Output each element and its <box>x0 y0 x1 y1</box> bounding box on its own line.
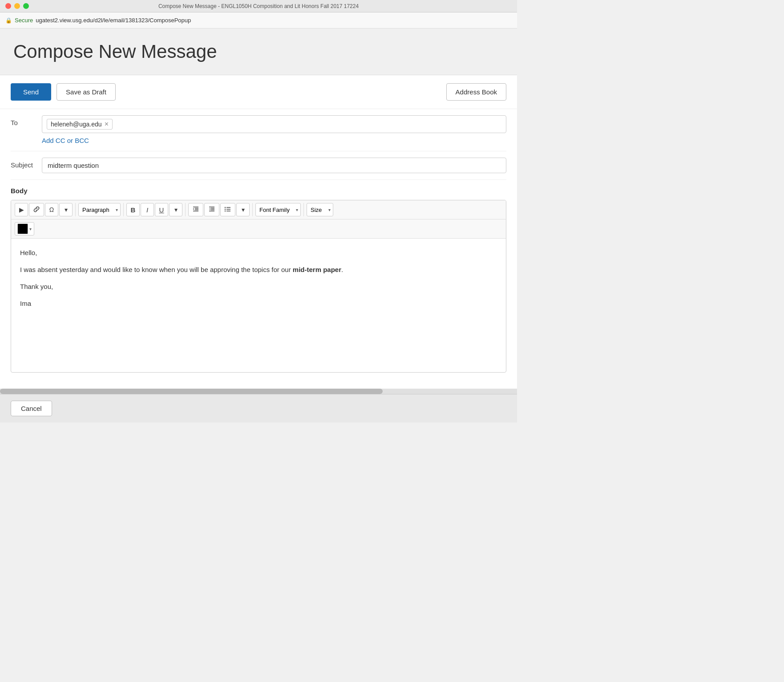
svg-point-12 <box>225 207 226 207</box>
compose-toolbar: Send Save as Draft Address Book <box>0 75 517 109</box>
rich-text-editor: ▶ Ω ▾ <box>11 200 506 373</box>
subject-field-wrap <box>42 158 506 173</box>
text-color-button[interactable]: ▾ <box>15 222 34 235</box>
bold-button[interactable]: B <box>126 203 140 216</box>
page-header-wrap: Compose New Message <box>0 28 517 75</box>
subject-label: Subject <box>11 158 42 169</box>
to-label: To <box>11 115 42 126</box>
more-format-chevron-icon: ▾ <box>174 206 178 213</box>
svg-point-13 <box>225 208 226 209</box>
body-signature: Ima <box>20 298 497 309</box>
alignment-group: ▾ <box>188 203 253 216</box>
svg-marker-6 <box>193 208 194 210</box>
more-format-button[interactable]: ▾ <box>169 203 182 216</box>
omega-icon: Ω <box>49 206 54 213</box>
main-content: Send Save as Draft Address Book To helen… <box>0 75 517 394</box>
subject-input[interactable] <box>42 158 506 173</box>
save-draft-button[interactable]: Save as Draft <box>57 83 116 101</box>
indent-button[interactable] <box>188 203 203 216</box>
address-book-button[interactable]: Address Book <box>446 83 506 101</box>
outdent-icon <box>208 206 215 214</box>
insert-special-char-button[interactable]: Ω <box>45 203 58 216</box>
text-format-group: B I U ▾ <box>126 203 186 216</box>
play-icon: ▶ <box>19 206 24 213</box>
color-chevron-icon: ▾ <box>29 227 32 231</box>
underline-icon: U <box>159 206 164 214</box>
font-size-select[interactable]: Size <box>307 203 333 216</box>
horizontal-scrollbar[interactable] <box>0 389 517 394</box>
font-family-select[interactable]: Font Family <box>255 203 301 216</box>
more-alignment-button[interactable]: ▾ <box>236 203 250 216</box>
email-tag: heleneh@uga.edu × <box>47 119 113 130</box>
chevron-down-icon: ▾ <box>65 206 68 213</box>
window-title: Compose New Message - ENGL1050H Composit… <box>158 3 359 9</box>
color-row: ▾ <box>11 219 506 239</box>
titlebar: Compose New Message - ENGL1050H Composit… <box>0 0 517 12</box>
body-closing: Thank you, <box>20 281 497 292</box>
insert-link-button[interactable] <box>29 203 44 216</box>
outdent-button[interactable] <box>204 203 219 216</box>
editor-body[interactable]: Hello, I was absent yesterday and would … <box>11 239 506 372</box>
email-address: heleneh@uga.edu <box>51 121 102 128</box>
url-domain: ugatest2.view.usg.edu <box>36 17 93 24</box>
url-path: /d2l/le/email/1381323/ComposePopup <box>93 17 191 24</box>
page-header: Compose New Message <box>0 28 517 75</box>
color-swatch <box>17 223 28 234</box>
remove-email-button[interactable]: × <box>105 121 109 128</box>
list-icon <box>224 206 231 214</box>
minimize-button[interactable] <box>14 3 20 9</box>
svg-point-14 <box>225 210 226 211</box>
window-controls <box>5 3 29 9</box>
page-title: Compose New Message <box>13 41 504 62</box>
cancel-button[interactable]: Cancel <box>11 401 52 416</box>
address-bar: 🔒 Secure ugatest2.view.usg.edu/d2l/le/em… <box>0 12 517 28</box>
send-button[interactable]: Send <box>11 83 51 101</box>
font-size-select-wrap: Size ▾ <box>307 203 333 216</box>
indent-icon <box>192 206 199 214</box>
maximize-button[interactable] <box>23 3 29 9</box>
url-display[interactable]: ugatest2.view.usg.edu/d2l/le/email/13813… <box>36 17 191 24</box>
italic-button[interactable]: I <box>141 203 154 216</box>
secure-label: Secure <box>15 17 33 24</box>
svg-marker-11 <box>209 208 210 210</box>
close-button[interactable] <box>5 3 11 9</box>
subject-row: Subject <box>11 151 506 180</box>
toolbar-left: Send Save as Draft <box>11 83 116 101</box>
bold-icon: B <box>131 206 136 214</box>
link-icon <box>33 206 40 214</box>
list-button[interactable] <box>220 203 235 216</box>
editor-toolbar: ▶ Ω ▾ <box>11 200 506 219</box>
underline-button[interactable]: U <box>155 203 168 216</box>
scrollbar-thumb <box>0 389 383 394</box>
italic-icon: I <box>146 206 148 214</box>
compose-form: To heleneh@uga.edu × Add CC or BCC Subje… <box>0 109 517 180</box>
paragraph-group: Paragraph ▾ <box>78 203 124 216</box>
body-label: Body <box>11 187 506 195</box>
insert-media-button[interactable]: ▶ <box>15 203 28 216</box>
media-group: ▶ Ω ▾ <box>15 203 76 216</box>
to-field[interactable]: heleneh@uga.edu × <box>42 115 506 133</box>
body-greeting: Hello, <box>20 248 497 258</box>
font-family-select-wrap: Font Family ▾ <box>255 203 301 216</box>
add-cc-bcc-link[interactable]: Add CC or BCC <box>42 137 89 144</box>
paragraph-style-select[interactable]: Paragraph <box>78 203 121 216</box>
more-media-button[interactable]: ▾ <box>59 203 73 216</box>
footer: Cancel <box>0 394 517 422</box>
to-field-wrap: heleneh@uga.edu × Add CC or BCC <box>42 115 506 145</box>
font-size-group: Size ▾ <box>307 203 336 216</box>
body-main-text: I was absent yesterday and would like to… <box>20 264 497 275</box>
font-family-group: Font Family ▾ <box>255 203 304 216</box>
body-section: Body ▶ <box>0 180 517 380</box>
lock-icon: 🔒 <box>5 17 12 24</box>
more-alignment-chevron-icon: ▾ <box>242 206 245 213</box>
to-row: To heleneh@uga.edu × Add CC or BCC <box>11 109 506 151</box>
paragraph-select-wrap: Paragraph ▾ <box>78 203 121 216</box>
